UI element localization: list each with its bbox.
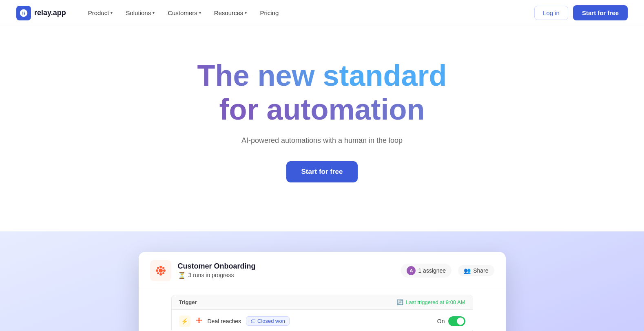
svg-point-4 <box>163 269 166 272</box>
trigger-label: Trigger <box>179 299 197 305</box>
nav-actions: Log in Start for free <box>534 5 628 20</box>
login-button[interactable]: Log in <box>534 6 568 20</box>
svg-point-3 <box>156 269 158 272</box>
svg-point-1 <box>159 266 162 268</box>
app-window: Customer Onboarding ⏳ 3 runs in progress… <box>139 252 506 331</box>
chevron-down-icon: ▾ <box>199 11 201 15</box>
chevron-down-icon: ▾ <box>111 11 113 15</box>
refresh-icon: 🔄 <box>397 299 403 305</box>
trigger-time: 🔄 Last triggered at 9:00 AM <box>397 299 465 305</box>
avatar: A <box>407 266 416 275</box>
runs-status: ⏳ 3 runs in progress <box>178 271 256 279</box>
trigger-row[interactable]: ⚡ Deal reaches 🏷 Closed won <box>172 310 473 331</box>
nav-solutions[interactable]: Solutions ▾ <box>120 6 160 20</box>
chevron-down-icon: ▾ <box>245 11 247 15</box>
toggle-switch[interactable] <box>448 316 465 326</box>
app-window-left: Customer Onboarding ⏳ 3 runs in progress <box>150 260 256 281</box>
chevron-down-icon: ▾ <box>153 11 155 15</box>
svg-point-0 <box>159 269 163 273</box>
assignee-badge[interactable]: A 1 assignee <box>401 264 451 278</box>
svg-point-6 <box>162 272 164 274</box>
hero-title-line2: for automation <box>197 93 447 127</box>
svg-point-11 <box>198 322 199 323</box>
trigger-toggle[interactable]: On <box>437 316 465 326</box>
bolt-icon: ⚡ <box>179 315 190 327</box>
nav-logo[interactable]: relay.app <box>16 6 66 20</box>
hero-section: The new standard for automation AI-power… <box>0 26 644 231</box>
app-window-info: Customer Onboarding ⏳ 3 runs in progress <box>178 262 256 279</box>
nav-customers[interactable]: Customers ▾ <box>162 6 207 20</box>
hero-title-line1: The new standard <box>197 59 447 93</box>
logo-icon <box>16 6 31 20</box>
hubspot-icon <box>150 260 171 281</box>
svg-point-10 <box>198 318 199 319</box>
hubspot-small-icon <box>195 317 203 326</box>
nav-resources[interactable]: Resources ▾ <box>208 6 253 20</box>
trigger-section: Trigger 🔄 Last triggered at 9:00 AM ⚡ <box>171 295 473 331</box>
app-window-header: Customer Onboarding ⏳ 3 runs in progress… <box>139 252 506 288</box>
app-preview-section: Customer Onboarding ⏳ 3 runs in progress… <box>0 231 644 331</box>
svg-point-2 <box>159 273 162 275</box>
workflow-content: Trigger 🔄 Last triggered at 9:00 AM ⚡ <box>139 295 506 331</box>
hero-title: The new standard for automation <box>197 59 447 127</box>
stage-icon: 🏷 <box>250 318 255 324</box>
share-button[interactable]: 👥 Share <box>458 265 494 276</box>
trigger-deal-text: Deal reaches <box>208 318 241 324</box>
share-icon: 👥 <box>464 267 471 274</box>
hero-start-free-button[interactable]: Start for free <box>286 161 357 182</box>
logo-text: relay.app <box>34 9 66 17</box>
navbar: relay.app Product ▾ Solutions ▾ Customer… <box>0 0 644 26</box>
svg-point-9 <box>198 319 200 322</box>
nav-start-free-button[interactable]: Start for free <box>573 5 628 20</box>
svg-point-5 <box>157 267 159 269</box>
spinner-icon: ⏳ <box>178 271 186 279</box>
trigger-header: Trigger 🔄 Last triggered at 9:00 AM <box>172 295 473 310</box>
nav-product[interactable]: Product ▾ <box>82 6 119 20</box>
app-window-right: A 1 assignee 👥 Share <box>401 264 494 278</box>
svg-point-8 <box>157 272 159 274</box>
nav-links: Product ▾ Solutions ▾ Customers ▾ Resour… <box>82 6 534 20</box>
svg-point-13 <box>200 320 201 321</box>
svg-point-7 <box>162 267 164 269</box>
workflow-title: Customer Onboarding <box>178 262 256 271</box>
nav-pricing[interactable]: Pricing <box>254 6 284 20</box>
hero-subtitle: AI-powered automations with a human in t… <box>241 136 403 145</box>
trigger-stage-tag: 🏷 Closed won <box>246 316 290 326</box>
svg-point-12 <box>196 320 197 321</box>
